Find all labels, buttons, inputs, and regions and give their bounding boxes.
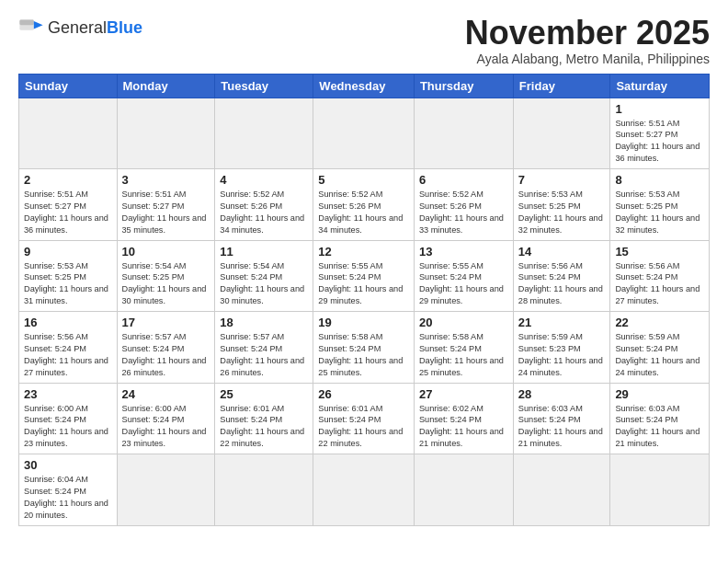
- empty-cell: [215, 98, 313, 169]
- day-17: 17 Sunrise: 5:57 AM Sunset: 5:24 PM Dayl…: [117, 312, 215, 384]
- day-number-16: 16: [24, 316, 112, 329]
- day-info-29: Sunrise: 6:03 AM Sunset: 5:24 PM Dayligh…: [615, 403, 704, 451]
- day-27: 27 Sunrise: 6:02 AM Sunset: 5:24 PM Dayl…: [414, 383, 513, 454]
- day-21: 21 Sunrise: 5:59 AM Sunset: 5:23 PM Dayl…: [513, 312, 610, 384]
- day-number-18: 18: [220, 316, 308, 329]
- day-number-26: 26: [318, 387, 409, 401]
- table-row: 30 Sunrise: 6:04 AM Sunset: 5:24 PM Dayl…: [19, 454, 710, 526]
- empty-cell: [117, 454, 215, 526]
- empty-cell: [19, 98, 118, 169]
- day-info-24: Sunrise: 6:00 AM Sunset: 5:24 PM Dayligh…: [122, 403, 210, 451]
- day-7: 7 Sunrise: 5:53 AM Sunset: 5:25 PM Dayli…: [513, 169, 610, 241]
- day-info-17: Sunrise: 5:57 AM Sunset: 5:24 PM Dayligh…: [122, 331, 210, 379]
- empty-cell: [117, 98, 215, 169]
- day-info-1: Sunrise: 5:51 AM Sunset: 5:27 PM Dayligh…: [615, 118, 704, 166]
- day-23: 23 Sunrise: 6:00 AM Sunset: 5:24 PM Dayl…: [19, 383, 118, 454]
- day-number-6: 6: [419, 173, 508, 187]
- day-number-27: 27: [419, 387, 508, 401]
- day-info-12: Sunrise: 5:55 AM Sunset: 5:24 PM Dayligh…: [318, 260, 409, 308]
- logo-general: General: [48, 18, 107, 37]
- day-number-25: 25: [220, 387, 308, 401]
- header: GeneralBlue November 2025 Ayala Alabang,…: [18, 15, 710, 66]
- day-24: 24 Sunrise: 6:00 AM Sunset: 5:24 PM Dayl…: [117, 383, 215, 454]
- day-number-30: 30: [24, 458, 112, 472]
- day-number-22: 22: [615, 316, 704, 329]
- logo-area: GeneralBlue: [18, 15, 142, 40]
- empty-cell: [313, 454, 415, 526]
- day-16: 16 Sunrise: 5:56 AM Sunset: 5:24 PM Dayl…: [19, 312, 118, 384]
- day-info-14: Sunrise: 5:56 AM Sunset: 5:24 PM Dayligh…: [518, 260, 606, 308]
- subtitle: Ayala Alabang, Metro Manila, Philippines: [465, 52, 710, 66]
- empty-cell: [513, 454, 610, 526]
- day-info-2: Sunrise: 5:51 AM Sunset: 5:27 PM Dayligh…: [24, 189, 112, 236]
- day-info-16: Sunrise: 5:56 AM Sunset: 5:24 PM Dayligh…: [24, 331, 112, 379]
- empty-cell: [414, 98, 513, 169]
- day-5: 5 Sunrise: 5:52 AM Sunset: 5:26 PM Dayli…: [313, 169, 415, 241]
- svg-rect-1: [19, 20, 33, 26]
- logo-blue: Blue: [107, 18, 142, 37]
- day-number-4: 4: [220, 173, 308, 187]
- day-10: 10 Sunrise: 5:54 AM Sunset: 5:25 PM Dayl…: [117, 240, 215, 312]
- day-number-28: 28: [518, 387, 606, 401]
- day-info-30: Sunrise: 6:04 AM Sunset: 5:24 PM Dayligh…: [24, 474, 112, 522]
- day-20: 20 Sunrise: 5:58 AM Sunset: 5:24 PM Dayl…: [414, 312, 513, 384]
- day-number-12: 12: [318, 245, 409, 259]
- day-9: 9 Sunrise: 5:53 AM Sunset: 5:25 PM Dayli…: [19, 240, 118, 312]
- day-info-25: Sunrise: 6:01 AM Sunset: 5:24 PM Dayligh…: [220, 403, 308, 451]
- day-info-5: Sunrise: 5:52 AM Sunset: 5:26 PM Dayligh…: [318, 189, 409, 236]
- day-11: 11 Sunrise: 5:54 AM Sunset: 5:24 PM Dayl…: [215, 240, 313, 312]
- day-number-7: 7: [518, 173, 606, 187]
- header-thursday: Thursday: [414, 74, 513, 98]
- day-info-19: Sunrise: 5:58 AM Sunset: 5:24 PM Dayligh…: [318, 331, 409, 379]
- logo-text: GeneralBlue: [48, 18, 142, 38]
- day-13: 13 Sunrise: 5:55 AM Sunset: 5:24 PM Dayl…: [414, 240, 513, 312]
- day-info-20: Sunrise: 5:58 AM Sunset: 5:24 PM Dayligh…: [419, 331, 508, 379]
- weekday-header-row: Sunday Monday Tuesday Wednesday Thursday…: [19, 74, 710, 98]
- day-8: 8 Sunrise: 5:53 AM Sunset: 5:25 PM Dayli…: [610, 169, 710, 241]
- header-monday: Monday: [117, 74, 215, 98]
- day-info-21: Sunrise: 5:59 AM Sunset: 5:23 PM Dayligh…: [518, 331, 606, 379]
- day-info-18: Sunrise: 5:57 AM Sunset: 5:24 PM Dayligh…: [220, 331, 308, 379]
- day-info-4: Sunrise: 5:52 AM Sunset: 5:26 PM Dayligh…: [220, 189, 308, 236]
- day-info-23: Sunrise: 6:00 AM Sunset: 5:24 PM Dayligh…: [24, 403, 112, 451]
- day-info-9: Sunrise: 5:53 AM Sunset: 5:25 PM Dayligh…: [24, 260, 112, 308]
- day-number-23: 23: [24, 387, 112, 401]
- day-info-11: Sunrise: 5:54 AM Sunset: 5:24 PM Dayligh…: [220, 260, 308, 308]
- day-22: 22 Sunrise: 5:59 AM Sunset: 5:24 PM Dayl…: [610, 312, 710, 384]
- day-1: 1 Sunrise: 5:51 AM Sunset: 5:27 PM Dayli…: [610, 98, 710, 169]
- table-row: 16 Sunrise: 5:56 AM Sunset: 5:24 PM Dayl…: [19, 312, 710, 384]
- title-area: November 2025 Ayala Alabang, Metro Manil…: [465, 15, 710, 66]
- day-number-2: 2: [24, 173, 112, 187]
- day-number-24: 24: [122, 387, 210, 401]
- empty-cell: [513, 98, 610, 169]
- day-info-3: Sunrise: 5:51 AM Sunset: 5:27 PM Dayligh…: [122, 189, 210, 236]
- logo: GeneralBlue: [18, 15, 142, 40]
- day-info-26: Sunrise: 6:01 AM Sunset: 5:24 PM Dayligh…: [318, 403, 409, 451]
- day-info-7: Sunrise: 5:53 AM Sunset: 5:25 PM Dayligh…: [518, 189, 606, 236]
- day-25: 25 Sunrise: 6:01 AM Sunset: 5:24 PM Dayl…: [215, 383, 313, 454]
- header-wednesday: Wednesday: [313, 74, 415, 98]
- empty-cell: [313, 98, 415, 169]
- empty-cell: [215, 454, 313, 526]
- day-info-6: Sunrise: 5:52 AM Sunset: 5:26 PM Dayligh…: [419, 189, 508, 236]
- header-tuesday: Tuesday: [215, 74, 313, 98]
- header-friday: Friday: [513, 74, 610, 98]
- day-number-5: 5: [318, 173, 409, 187]
- day-number-14: 14: [518, 245, 606, 259]
- day-number-15: 15: [615, 245, 704, 259]
- header-saturday: Saturday: [610, 74, 710, 98]
- day-number-20: 20: [419, 316, 508, 329]
- day-number-21: 21: [518, 316, 606, 329]
- page: GeneralBlue November 2025 Ayala Alabang,…: [0, 0, 728, 535]
- day-19: 19 Sunrise: 5:58 AM Sunset: 5:24 PM Dayl…: [313, 312, 415, 384]
- day-info-22: Sunrise: 5:59 AM Sunset: 5:24 PM Dayligh…: [615, 331, 704, 379]
- day-number-3: 3: [122, 173, 210, 187]
- table-row: 9 Sunrise: 5:53 AM Sunset: 5:25 PM Dayli…: [19, 240, 710, 312]
- day-30: 30 Sunrise: 6:04 AM Sunset: 5:24 PM Dayl…: [19, 454, 118, 526]
- day-26: 26 Sunrise: 6:01 AM Sunset: 5:24 PM Dayl…: [313, 383, 415, 454]
- header-sunday: Sunday: [19, 74, 118, 98]
- day-info-8: Sunrise: 5:53 AM Sunset: 5:25 PM Dayligh…: [615, 189, 704, 236]
- day-number-29: 29: [615, 387, 704, 401]
- empty-cell: [610, 454, 710, 526]
- day-18: 18 Sunrise: 5:57 AM Sunset: 5:24 PM Dayl…: [215, 312, 313, 384]
